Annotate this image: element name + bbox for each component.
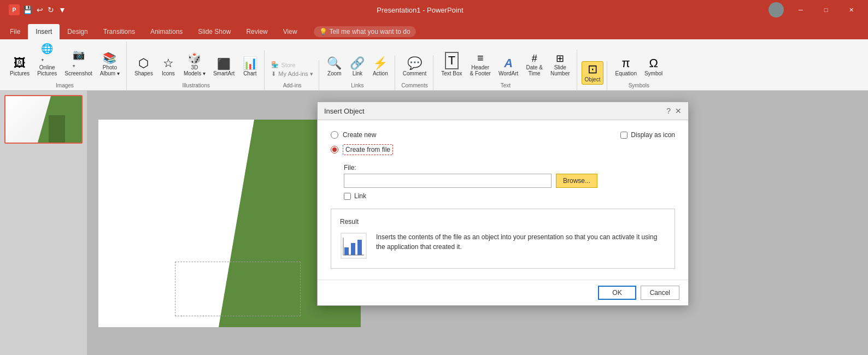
date-time-button[interactable]: # Date &Time — [523, 51, 546, 79]
icons-icon: ☆ — [163, 57, 174, 69]
tab-transitions[interactable]: Transitions — [96, 24, 143, 39]
slide-number-icon: ⊞ — [556, 54, 564, 63]
object-icon: ⊡ — [588, 63, 597, 75]
text-box-button[interactable]: T Text Box — [438, 50, 465, 79]
addins-group-label: Add-ins — [283, 81, 302, 90]
illustrations-group-label: Illustrations — [182, 81, 210, 90]
action-icon: ⚡ — [373, 57, 388, 69]
chart-result-icon — [340, 232, 367, 259]
create-from-file-radio[interactable] — [331, 146, 338, 153]
ribbon-group-illustrations: ⬡ Shapes ☆ Icons 🎲 3DModels ▾ ⬛ SmartArt… — [128, 50, 265, 90]
tell-me-input[interactable]: 💡 Tell me what you want to do — [314, 26, 416, 37]
comment-button[interactable]: 💬 Comment — [400, 55, 430, 79]
my-addins-button[interactable]: ⬇ My Add-ins ▾ — [269, 69, 315, 79]
tab-view[interactable]: View — [275, 24, 305, 39]
tab-review[interactable]: Review — [238, 24, 275, 39]
file-section: File: Browse... Link — [344, 164, 675, 200]
screenshot-icon: 📷+ — [73, 50, 85, 69]
my-addins-icon: ⬇ — [271, 70, 276, 78]
online-pictures-button[interactable]: 🌐+ OnlinePictures — [34, 42, 60, 79]
file-label: File: — [344, 164, 675, 171]
result-section: Result — [331, 209, 675, 269]
tab-design[interactable]: Design — [60, 24, 95, 39]
smartart-icon: ⬛ — [217, 58, 231, 69]
ribbon-group-addins: 🏪 Store ⬇ My Add-ins ▾ Add-ins — [266, 60, 319, 90]
text-group-label: Text — [501, 81, 511, 90]
dialog-overlay: Insert Object ? ✕ Display as icon — [87, 91, 868, 355]
minimize-button[interactable]: ─ — [788, 0, 813, 20]
create-from-file-row: Create from file — [331, 144, 675, 155]
smartart-button[interactable]: ⬛ SmartArt — [210, 56, 238, 79]
equation-button[interactable]: π Equation — [612, 55, 640, 79]
ribbon-group-text: T Text Box ≡ Header& Footer A WordArt # … — [435, 50, 577, 90]
slide-thumbnail[interactable] — [4, 95, 83, 144]
header-footer-icon: ≡ — [477, 52, 484, 63]
dialog-help-button[interactable]: ? — [666, 106, 671, 115]
redo-button[interactable]: ↻ — [46, 4, 55, 15]
link-button[interactable]: 🔗 Link — [347, 55, 368, 79]
display-as-icon-label[interactable]: Display as icon — [631, 131, 675, 139]
tab-slideshow[interactable]: Slide Show — [190, 24, 238, 39]
images-group-label: Images — [56, 81, 74, 90]
browse-button[interactable]: Browse... — [556, 174, 597, 188]
wordart-icon: A — [504, 57, 513, 69]
dialog-close-button[interactable]: ✕ — [675, 106, 682, 115]
tab-insert[interactable]: Insert — [28, 24, 60, 39]
illustrations-items: ⬡ Shapes ☆ Icons 🎲 3DModels ▾ ⬛ SmartArt… — [131, 50, 261, 81]
close-button[interactable]: ✕ — [838, 0, 864, 20]
dialog-body: Display as icon Create new Create from f… — [318, 120, 688, 280]
svg-rect-3 — [357, 240, 362, 255]
display-as-icon-section: Display as icon — [620, 131, 675, 139]
object-button[interactable]: ⊡ Object — [582, 61, 604, 85]
app-icon: P — [9, 4, 20, 15]
photo-album-button[interactable]: 📚 PhotoAlbum ▾ — [97, 50, 123, 79]
header-footer-button[interactable]: ≡ Header& Footer — [467, 50, 494, 79]
canvas-area: Insert Object ? ✕ Display as icon — [87, 91, 868, 355]
file-path-input[interactable] — [344, 174, 552, 188]
tab-animations[interactable]: Animations — [143, 24, 190, 39]
tab-file[interactable]: File — [2, 24, 28, 39]
save-button[interactable]: 💾 — [22, 4, 33, 15]
window-title: Presentation1 - PowerPoint — [72, 6, 769, 14]
ribbon-group-images: 🖼 Pictures 🌐+ OnlinePictures 📷+ Screensh… — [3, 42, 127, 90]
create-new-label[interactable]: Create new — [343, 131, 376, 139]
cancel-button[interactable]: Cancel — [641, 286, 679, 300]
text-box-icon: T — [445, 52, 459, 69]
ok-button[interactable]: OK — [598, 286, 636, 300]
action-button[interactable]: ⚡ Action — [370, 55, 391, 79]
link-row: Link — [344, 192, 675, 200]
customize-qat-button[interactable]: ▼ — [57, 4, 67, 15]
icons-button[interactable]: ☆ Icons — [157, 55, 179, 79]
svg-rect-2 — [351, 243, 355, 255]
lightbulb-icon: 💡 — [319, 28, 327, 36]
slide-number-button[interactable]: ⊞ SlideNumber — [547, 51, 573, 79]
ribbon-group-symbols: π Equation Ω Symbol Symbols — [608, 55, 669, 90]
3d-models-button[interactable]: 🎲 3DModels ▾ — [180, 50, 209, 79]
svg-rect-1 — [344, 247, 349, 255]
screenshot-button[interactable]: 📷+ Screenshot — [61, 48, 96, 79]
images-items: 🖼 Pictures 🌐+ OnlinePictures 📷+ Screensh… — [7, 42, 123, 81]
link-checkbox[interactable] — [344, 193, 351, 200]
display-as-icon-checkbox[interactable] — [620, 132, 627, 139]
undo-button[interactable]: ↩ — [36, 4, 44, 15]
pictures-button[interactable]: 🖼 Pictures — [7, 55, 33, 79]
result-content: Inserts the contents of the file as an o… — [340, 232, 666, 259]
zoom-button[interactable]: 🔍 Zoom — [324, 55, 345, 79]
chart-button[interactable]: 📊 Chart — [239, 55, 261, 79]
ribbon-group-comments: 💬 Comment Comments — [396, 55, 433, 90]
slide-green-accent — [49, 115, 65, 143]
wordart-button[interactable]: A WordArt — [495, 55, 522, 79]
link-label[interactable]: Link — [354, 192, 366, 200]
chart-icon: 📊 — [243, 57, 257, 69]
result-icon — [340, 232, 367, 259]
result-title: Result — [340, 218, 666, 226]
symbol-button[interactable]: Ω Symbol — [641, 55, 666, 79]
user-avatar[interactable] — [769, 2, 784, 17]
restore-button[interactable]: □ — [813, 0, 838, 20]
links-group-label: Links — [351, 81, 363, 90]
store-button[interactable]: 🏪 Store — [269, 60, 297, 69]
shapes-button[interactable]: ⬡ Shapes — [131, 55, 156, 79]
online-pictures-icon: 🌐+ — [41, 44, 53, 63]
create-new-radio[interactable] — [331, 131, 338, 139]
create-from-file-label[interactable]: Create from file — [343, 144, 393, 155]
